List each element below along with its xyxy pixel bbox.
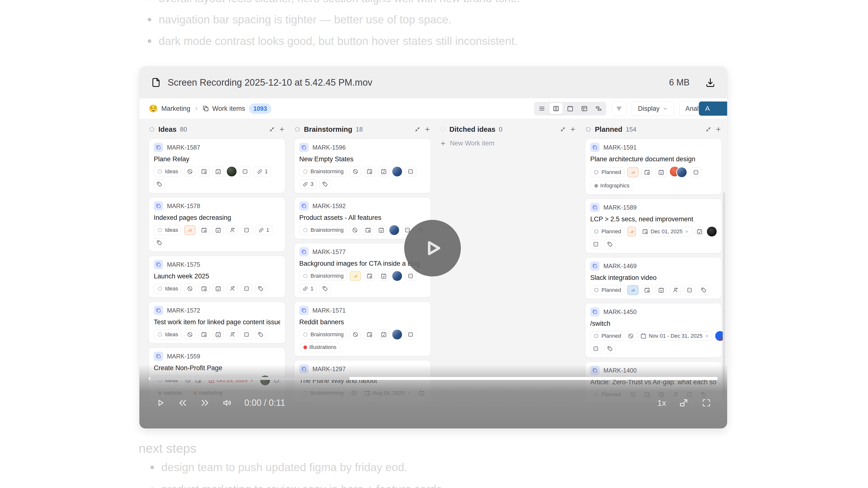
tag-chip[interactable] [154, 238, 165, 248]
priority-chip[interactable] [627, 227, 636, 236]
collapse-column-button[interactable] [269, 126, 275, 132]
priority-chip[interactable] [627, 167, 639, 177]
work-item-card[interactable]: MARK-1578Indexed pages decreasingIdeas1 [149, 197, 285, 252]
modules-chip[interactable] [405, 167, 416, 176]
due-date-chip[interactable] [378, 330, 389, 339]
assignee-avatar[interactable] [707, 227, 717, 236]
start-date-chip[interactable] [364, 167, 375, 176]
video-attachment-card[interactable]: Screen Recording 2025-12-10 at 5.42.45 P… [139, 66, 727, 429]
new-work-item-button[interactable]: New Work item [440, 139, 576, 147]
state-chip[interactable]: Ideas [154, 284, 181, 294]
link-count-chip[interactable]: 1 [254, 167, 271, 176]
assignee-avatar[interactable] [676, 167, 687, 178]
tag-chip[interactable] [319, 180, 331, 189]
priority-none-chip[interactable] [350, 330, 361, 339]
tag-chip[interactable] [698, 285, 709, 295]
modules-chip[interactable] [240, 167, 251, 176]
due-date-chip[interactable] [213, 225, 224, 235]
collapse-column-button[interactable] [560, 126, 566, 132]
add-card-button[interactable] [715, 126, 722, 133]
work-item-card[interactable]: MARK-1469Slack integration videoPlanned [585, 257, 722, 299]
assignee-chip[interactable] [227, 284, 238, 294]
add-card-button[interactable] [424, 126, 431, 133]
due-date-chip[interactable] [656, 167, 667, 177]
start-date-chip[interactable] [198, 225, 210, 235]
tag-chip[interactable] [604, 344, 616, 354]
priority-chip[interactable] [184, 225, 195, 235]
modules-chip[interactable] [405, 330, 416, 339]
list-view-button[interactable] [535, 103, 549, 114]
due-date-chip[interactable] [378, 271, 389, 281]
start-date-chip[interactable] [642, 285, 653, 295]
breadcrumb-project[interactable]: Marketing [161, 105, 190, 112]
due-date-chip[interactable] [656, 285, 667, 295]
add-card-button[interactable] [569, 126, 576, 133]
due-date-chip[interactable]: Nov 01 - Dec 31, 2025 [637, 331, 712, 341]
state-chip[interactable]: Brainstorming [299, 330, 347, 339]
assignee-chip[interactable] [227, 330, 238, 339]
tag-chip[interactable] [154, 180, 165, 189]
work-item-card[interactable]: MARK-1571Reddit bannersBrainstormingIllu… [294, 301, 431, 356]
play-button[interactable] [155, 397, 166, 408]
priority-none-chip[interactable] [350, 167, 361, 176]
state-chip[interactable]: Planned [590, 285, 624, 295]
work-item-card[interactable]: MARK-1589LCP > 2.5 secs, need improvemen… [585, 199, 722, 253]
state-chip[interactable]: Brainstorming [299, 167, 347, 176]
link-count-chip[interactable]: 1 [255, 225, 272, 235]
assignee-avatar-stack[interactable] [670, 167, 687, 178]
work-item-card[interactable]: MARK-1587Plane RelayIdeas1 [149, 139, 285, 193]
due-date-chip[interactable] [378, 167, 389, 176]
rewind-button[interactable] [177, 397, 188, 409]
video-progress-bar[interactable] [149, 377, 718, 380]
work-item-card[interactable]: MARK-1572Test work item for linked page … [149, 301, 285, 344]
calendar-view-button[interactable] [564, 103, 577, 114]
collapse-column-button[interactable] [414, 126, 421, 132]
assignee-avatar[interactable] [392, 271, 402, 281]
priority-none-chip[interactable] [350, 225, 360, 235]
modules-chip[interactable] [690, 167, 702, 177]
assignee-avatar[interactable] [392, 330, 402, 339]
due-date-chip[interactable] [213, 284, 224, 294]
link-count-chip[interactable]: 3 [299, 180, 317, 189]
assignee-avatar[interactable] [392, 167, 402, 176]
due-date-chip[interactable] [376, 225, 386, 235]
label-chip[interactable]: Illustrations [299, 342, 341, 352]
assignee-chip[interactable] [227, 225, 238, 235]
state-chip[interactable]: Brainstorming [299, 271, 347, 281]
modules-chip[interactable] [241, 330, 252, 339]
volume-button[interactable] [222, 397, 233, 409]
start-date-chip[interactable] [363, 225, 373, 235]
start-date-chip[interactable] [364, 271, 375, 281]
modules-chip[interactable] [684, 285, 695, 295]
tag-chip[interactable] [255, 330, 266, 339]
tag-chip[interactable] [604, 239, 616, 249]
state-chip[interactable]: Ideas [154, 330, 181, 339]
add-work-item-button[interactable]: A [699, 101, 727, 116]
playback-speed-button[interactable]: 1x [657, 398, 666, 408]
state-chip[interactable]: Ideas [154, 167, 181, 176]
state-chip[interactable]: Planned [590, 331, 624, 341]
pip-button[interactable] [678, 397, 689, 408]
modules-chip[interactable] [241, 225, 252, 235]
priority-none-chip[interactable] [184, 284, 195, 294]
start-date-chip[interactable] [364, 330, 375, 339]
work-item-card[interactable]: MARK-1450/switchPlannedNov 01 - Dec 31, … [585, 303, 722, 358]
modules-chip[interactable] [590, 344, 601, 354]
tag-chip[interactable] [255, 284, 266, 294]
label-chip[interactable]: Infographics [590, 181, 634, 191]
state-chip[interactable]: Planned [590, 167, 624, 177]
priority-chip[interactable] [627, 285, 639, 295]
due-date-chip[interactable] [213, 330, 224, 339]
start-date-chip[interactable] [198, 330, 210, 339]
tag-chip[interactable] [319, 284, 331, 294]
assignee-avatar[interactable] [227, 167, 237, 176]
due-date-chip[interactable] [213, 167, 224, 176]
modules-chip[interactable] [405, 271, 416, 281]
priority-none-chip[interactable] [184, 167, 195, 176]
gantt-view-button[interactable] [592, 103, 605, 114]
priority-none-chip[interactable] [627, 331, 634, 341]
fullscreen-button[interactable] [701, 398, 712, 408]
download-icon[interactable] [705, 77, 716, 88]
add-card-button[interactable] [279, 126, 285, 133]
breadcrumb-section[interactable]: Work items [212, 105, 245, 112]
